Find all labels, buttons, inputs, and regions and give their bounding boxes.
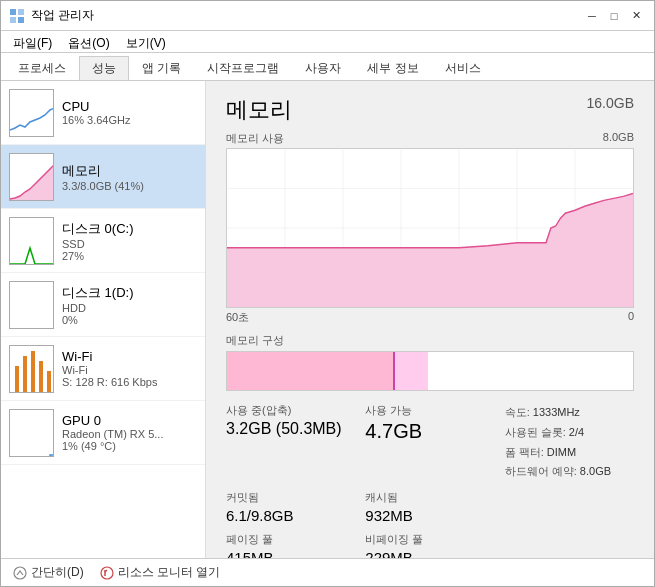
resource-monitor-button[interactable]: 리소스 모니터 열기 [100,564,221,581]
stat-pagedpool-label: 페이징 풀 [226,532,355,547]
menu-view[interactable]: 보기(V) [118,33,174,50]
memory-info: 메모리 3.3/8.0GB (41%) [62,162,197,192]
stat-slots: 사용된 슬롯: 2/4 [505,423,634,443]
svg-rect-9 [47,371,51,393]
sidebar-item-gpu[interactable]: GPU 0 Radeon (TM) RX 5... 1% (49 °C) [1,401,205,465]
sidebar: CPU 16% 3.64GHz 메모리 3.3/8.0GB (41%) [1,81,206,558]
graph-section: 메모리 사용 8.0GB [226,131,634,325]
minimize-button[interactable]: ─ [582,6,602,26]
gpu-sub2: 1% (49 °C) [62,440,197,452]
disk1-sub1: HDD [62,302,197,314]
sidebar-item-disk0[interactable]: 디스크 0(C:) SSD 27% [1,209,205,273]
sidebar-item-memory[interactable]: 메모리 3.3/8.0GB (41%) [1,145,205,209]
stat-inuse: 사용 중(압축) 3.2GB (50.3MB) [226,403,355,482]
disk1-info: 디스크 1(D:) HDD 0% [62,284,197,326]
disk1-sub2: 0% [62,314,197,326]
wifi-info: Wi-Fi Wi-Fi S: 128 R: 616 Kbps [62,349,197,388]
sidebar-item-wifi[interactable]: Wi-Fi Wi-Fi S: 128 R: 616 Kbps [1,337,205,401]
stat-hwreserved-label: 하드웨어 예약: [505,465,577,477]
graph-time-right: 0 [628,310,634,325]
tab-performance[interactable]: 성능 [79,56,129,80]
disk1-graph-thumbnail [9,281,54,329]
cpu-sub: 16% 3.64GHz [62,114,197,126]
memory-label: 메모리 [62,162,197,180]
resource-monitor-icon [100,566,114,580]
title-controls: ─ □ ✕ [582,6,646,26]
gpu-label: GPU 0 [62,413,197,428]
stat-slots-label: 사용된 슬롯: [505,426,566,438]
wifi-sub2: S: 128 R: 616 Kbps [62,376,197,388]
tab-startup[interactable]: 시작프로그램 [194,56,292,80]
svg-point-20 [14,567,26,579]
memory-map [226,351,634,391]
cpu-graph-thumbnail [9,89,54,137]
sidebar-item-disk1[interactable]: 디스크 1(D:) HDD 0% [1,273,205,337]
memory-map-free [428,352,633,390]
memory-map-reserved [395,352,427,390]
stat-slots-value: 2/4 [569,426,584,438]
tab-details[interactable]: 세부 정보 [354,56,431,80]
detail-header: 메모리 16.0GB [226,95,634,125]
stat-cached-value: 932MB [365,507,494,524]
stat-speed-label: 속도: [505,406,530,418]
svg-rect-7 [31,351,35,393]
graph-label: 메모리 사용 8.0GB [226,131,634,146]
svg-rect-6 [23,356,27,393]
stat-nonpagedpool: 비페이징 풀 229MB [365,532,494,558]
tab-process[interactable]: 프로세스 [5,56,79,80]
stat-nonpagedpool-value: 229MB [365,549,494,558]
tab-bar: 프로세스 성능 앱 기록 시작프로그램 사용자 세부 정보 서비스 [1,53,654,81]
stat-available-label: 사용 가능 [365,403,494,418]
stat-formfactor-label: 폼 팩터: [505,446,544,458]
sidebar-item-cpu[interactable]: CPU 16% 3.64GHz [1,81,205,145]
svg-rect-5 [15,366,19,393]
memory-graph-thumbnail [9,153,54,201]
svg-marker-4 [10,164,54,201]
main-graph [226,148,634,308]
close-button[interactable]: ✕ [626,6,646,26]
title-bar: 작업 관리자 ─ □ ✕ [1,1,654,31]
stat-inuse-value: 3.2GB (50.3MB) [226,420,355,438]
resource-monitor-label: 리소스 모니터 열기 [118,564,221,581]
simple-view-button[interactable]: 간단히(D) [13,564,84,581]
graph-max-text: 8.0GB [603,131,634,146]
stat-formfactor: 폼 팩터: DIMM [505,443,634,463]
stat-inuse-label: 사용 중(압축) [226,403,355,418]
disk0-sub2: 27% [62,250,197,262]
stat-committed-value: 6.1/9.8GB [226,507,355,524]
cpu-label: CPU [62,99,197,114]
title-bar-left: 작업 관리자 [9,7,94,24]
maximize-button[interactable]: □ [604,6,624,26]
menu-file[interactable]: 파일(F) [5,33,60,50]
graph-time-left: 60초 [226,310,249,325]
gpu-graph-thumbnail [9,409,54,457]
graph-label-text: 메모리 사용 [226,131,284,146]
disk0-info: 디스크 0(C:) SSD 27% [62,220,197,262]
menu-bar: 파일(F) 옵션(O) 보기(V) [1,31,654,53]
stat-speed-value: 1333MHz [533,406,580,418]
stat-speed: 속도: 1333MHz [505,403,634,423]
memory-sub: 3.3/8.0GB (41%) [62,180,197,192]
tab-apphistory[interactable]: 앱 기록 [129,56,194,80]
disk0-sub1: SSD [62,238,197,250]
tab-users[interactable]: 사용자 [292,56,354,80]
disk0-graph-thumbnail [9,217,54,265]
stat-formfactor-value: DIMM [547,446,576,458]
stat-cached-label: 캐시됨 [365,490,494,505]
stat-hwreserved: 하드웨어 예약: 8.0GB [505,462,634,482]
tab-services[interactable]: 서비스 [432,56,494,80]
svg-rect-1 [18,9,24,15]
wifi-label: Wi-Fi [62,349,197,364]
stat-hwreserved-value: 8.0GB [580,465,611,477]
stat-committed-label: 커밋됨 [226,490,355,505]
main-content: CPU 16% 3.64GHz 메모리 3.3/8.0GB (41%) [1,81,654,558]
menu-options[interactable]: 옵션(O) [60,33,117,50]
stat-nonpagedpool-label: 비페이징 풀 [365,532,494,547]
svg-rect-0 [10,9,16,15]
gpu-sub1: Radeon (TM) RX 5... [62,428,197,440]
stat-empty [505,490,634,524]
app-icon [9,8,25,24]
stat-committed: 커밋됨 6.1/9.8GB [226,490,355,524]
stat-right: 속도: 1333MHz 사용된 슬롯: 2/4 폼 팩터: DIMM 하드웨어 … [505,403,634,482]
svg-rect-8 [39,361,43,393]
